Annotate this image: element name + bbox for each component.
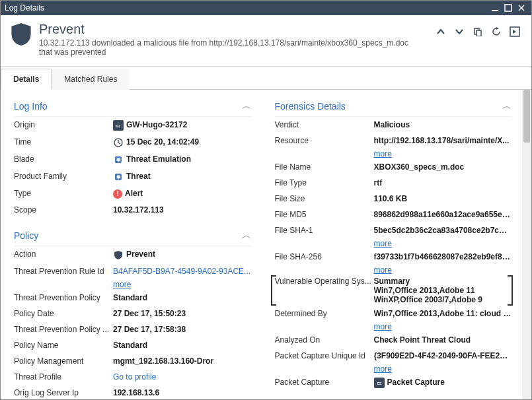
field-value: 10.32.172.113: [113, 205, 251, 215]
field-value: {3F909E2D-4F42-2049-90FA-FEE22C9...: [374, 351, 512, 360]
field-row: Policy Managementmgmt_192.168.13.160-Dro…: [14, 353, 251, 369]
field-label: Vulnerable Operating Sys...: [275, 277, 374, 304]
field-value: 27 Dec 17, 15:50:23: [113, 309, 251, 318]
more-link[interactable]: more: [374, 238, 512, 249]
next-icon[interactable]: [453, 26, 465, 38]
section-title: Log Info: [14, 101, 48, 112]
field-value: Prevent: [113, 250, 251, 260]
field-row: File NameXBOX360_specs_m.doc: [275, 159, 512, 175]
section-forensics[interactable]: Forensics Details ︿: [275, 95, 512, 117]
field-value: XBOX360_specs_m.doc: [374, 162, 512, 172]
field-row: VerdictMalicious: [275, 117, 512, 133]
field-value: Malicious: [374, 120, 512, 129]
field-value: mgmt_192.168.13.160-Dror: [113, 356, 251, 366]
expand-icon[interactable]: [509, 26, 521, 38]
field-label: Threat Profile: [14, 372, 113, 382]
field-label: Packet Capture: [275, 378, 374, 388]
field-row: File Typertf: [275, 175, 512, 191]
window-title: Log Details: [5, 3, 44, 13]
prev-icon[interactable]: [435, 26, 447, 38]
field-row: Blade✱Threat Emulation: [14, 151, 251, 168]
section-policy[interactable]: Policy ︿: [14, 224, 251, 246]
field-value: 896862d988a11e660a12ace9a655ef3d: [374, 210, 512, 219]
shield-small-icon: [113, 250, 124, 260]
field-label: Product Family: [14, 172, 113, 182]
field-row: File Size110.6 KB: [275, 191, 512, 207]
field-label: Resource: [275, 136, 374, 145]
field-row: Threat Prevention Policy ...27 Dec 17, 1…: [14, 321, 251, 337]
field-value: !Alert: [113, 189, 251, 199]
field-row: File MD5896862d988a11e660a12ace9a655ef3d: [275, 207, 512, 222]
field-label: Time: [14, 137, 113, 148]
tab-matched-rules[interactable]: Matched Rules: [52, 69, 130, 90]
tab-details[interactable]: Details: [1, 69, 52, 90]
field-value: Check Point Threat Cloud: [374, 335, 512, 345]
field-row: Policy NameStandard: [14, 337, 251, 353]
field-value: ▭GW-Hugo-32172: [113, 120, 251, 131]
field-row: Determined ByWin7,Office 2013,Adobe 11: …: [275, 306, 512, 321]
section-log-info[interactable]: Log Info ︿: [14, 95, 251, 117]
content: Log Info ︿ Origin▭GW-Hugo-32172Time15 De…: [1, 90, 531, 400]
more-link[interactable]: more: [374, 364, 512, 374]
field-value: ▭Packet Capture: [374, 378, 512, 388]
field-value-link[interactable]: B4AFAF5D-B9A7-4549-9A02-93ACE...: [113, 267, 251, 276]
field-value: ✱Threat Emulation: [113, 154, 251, 165]
maximize-icon[interactable]: [502, 3, 514, 13]
field-row: Type!Alert: [14, 185, 251, 202]
field-label: Origin: [14, 120, 113, 131]
field-value: 192.168.13.6: [113, 388, 251, 397]
field-label: Analyzed On: [275, 335, 374, 345]
svg-rect-1: [505, 5, 512, 11]
field-label: File SHA-1: [275, 226, 374, 235]
field-row: Orig Log Server Ip192.168.13.6: [14, 385, 251, 400]
field-value: 5bec5dc2b36c2ca83a4708ce2b7cdd1...: [374, 226, 512, 235]
field-row: Threat Prevention Rule IdB4AFAF5D-B9A7-4…: [14, 263, 251, 279]
svg-text:✱: ✱: [116, 157, 121, 163]
badge-icon: ▭: [113, 120, 124, 131]
scrollbar[interactable]: [522, 90, 531, 400]
field-value-link[interactable]: Go to profile: [113, 372, 251, 382]
copy-icon[interactable]: [472, 26, 484, 38]
header-actions: [435, 22, 521, 57]
field-value: 15 Dec 20, 14:02:49: [113, 137, 251, 148]
field-value: rtf: [374, 178, 512, 187]
field-row: Resourcehttp://192.168.13.178/sari/maint…: [275, 133, 512, 149]
more-link[interactable]: more: [374, 149, 512, 159]
section-title: Policy: [14, 230, 38, 241]
cube-icon: ✱: [113, 172, 124, 182]
scrollbar-thumb[interactable]: [523, 90, 530, 143]
chevron-up-icon: ︿: [242, 100, 251, 112]
field-label: Threat Prevention Policy ...: [14, 325, 113, 334]
alert-icon: !: [113, 189, 122, 199]
field-value: 27 Dec 17, 17:58:38: [113, 325, 251, 334]
field-row: File SHA-256f39733b1f7b466628087e282eb9e…: [275, 249, 512, 265]
vulnerable-os-values[interactable]: Summary Win7,Office 2013,Adobe 11 WinXP,…: [374, 277, 512, 304]
shield-icon: [11, 23, 31, 46]
field-label: Orig Log Server Ip: [14, 388, 113, 397]
field-value: Win7,Office 2013,Adobe 11: cloud e...: [374, 309, 512, 318]
field-row: Origin▭GW-Hugo-32172: [14, 117, 251, 134]
field-label: Action: [14, 250, 113, 260]
field-row: Packet Capture▭Packet Capture: [275, 374, 512, 391]
right-column: Forensics Details ︿ VerdictMaliciousReso…: [262, 90, 523, 400]
field-label: Threat Prevention Policy: [14, 293, 113, 302]
titlebar: Log Details: [1, 1, 531, 15]
field-row: Packet Capture Unique Id{3F909E2D-4F42-2…: [275, 348, 512, 364]
section-title: Forensics Details: [275, 101, 346, 112]
field-label: File Name: [275, 162, 374, 172]
field-value: Standard: [113, 293, 251, 302]
more-link[interactable]: more: [113, 279, 251, 290]
chevron-up-icon: ︿: [242, 230, 251, 242]
field-row: Scope10.32.172.113: [14, 202, 251, 218]
refresh-icon[interactable]: [490, 26, 502, 38]
minimize-icon[interactable]: [489, 3, 501, 13]
field-label: Determined By: [275, 309, 374, 318]
field-row: Product Family✱Threat: [14, 168, 251, 185]
more-link[interactable]: more: [374, 265, 512, 275]
page-title: Prevent: [39, 22, 435, 37]
more-link[interactable]: more: [374, 321, 512, 332]
field-label: Policy Name: [14, 341, 113, 350]
vulnerable-os-row: Vulnerable Operating Sys... Summary Win7…: [275, 275, 512, 306]
close-icon[interactable]: [515, 3, 527, 13]
field-label: Verdict: [275, 120, 374, 129]
